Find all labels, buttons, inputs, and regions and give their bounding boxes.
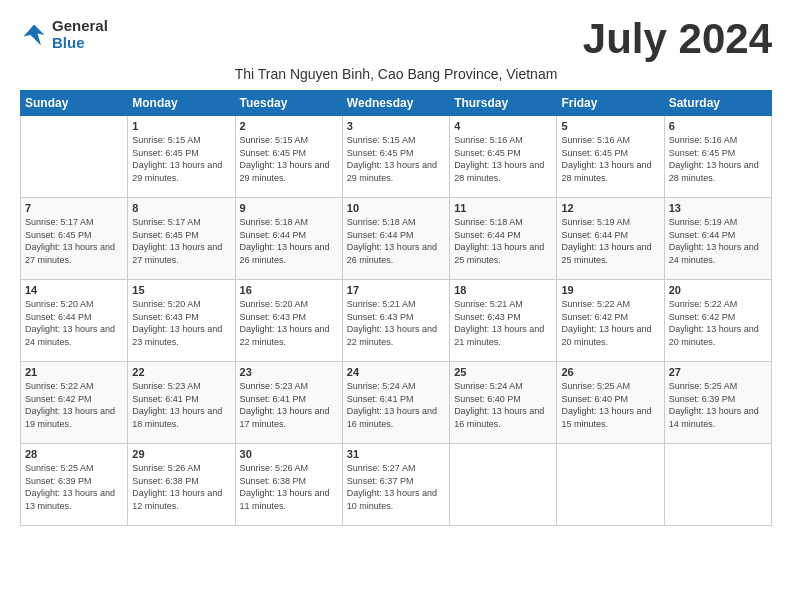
day-info: Sunrise: 5:26 AM Sunset: 6:38 PM Dayligh… [240,462,338,512]
day-number: 24 [347,366,445,378]
day-info: Sunrise: 5:18 AM Sunset: 6:44 PM Dayligh… [454,216,552,266]
day-number: 11 [454,202,552,214]
day-info: Sunrise: 5:15 AM Sunset: 6:45 PM Dayligh… [240,134,338,184]
day-number: 10 [347,202,445,214]
day-number: 14 [25,284,123,296]
day-number: 20 [669,284,767,296]
day-cell: 9Sunrise: 5:18 AM Sunset: 6:44 PM Daylig… [235,198,342,280]
day-info: Sunrise: 5:22 AM Sunset: 6:42 PM Dayligh… [669,298,767,348]
logo-icon [20,21,48,49]
day-number: 13 [669,202,767,214]
title-block: July 2024 [583,18,772,60]
logo-general: General [52,18,108,35]
day-info: Sunrise: 5:22 AM Sunset: 6:42 PM Dayligh… [561,298,659,348]
col-friday: Friday [557,91,664,116]
day-info: Sunrise: 5:20 AM Sunset: 6:44 PM Dayligh… [25,298,123,348]
day-number: 22 [132,366,230,378]
day-cell: 20Sunrise: 5:22 AM Sunset: 6:42 PM Dayli… [664,280,771,362]
day-cell: 17Sunrise: 5:21 AM Sunset: 6:43 PM Dayli… [342,280,449,362]
col-monday: Monday [128,91,235,116]
day-cell: 15Sunrise: 5:20 AM Sunset: 6:43 PM Dayli… [128,280,235,362]
day-cell: 31Sunrise: 5:27 AM Sunset: 6:37 PM Dayli… [342,444,449,526]
day-info: Sunrise: 5:26 AM Sunset: 6:38 PM Dayligh… [132,462,230,512]
day-number: 4 [454,120,552,132]
day-number: 21 [25,366,123,378]
day-cell: 25Sunrise: 5:24 AM Sunset: 6:40 PM Dayli… [450,362,557,444]
day-cell [450,444,557,526]
day-info: Sunrise: 5:17 AM Sunset: 6:45 PM Dayligh… [25,216,123,266]
day-info: Sunrise: 5:16 AM Sunset: 6:45 PM Dayligh… [669,134,767,184]
day-cell: 28Sunrise: 5:25 AM Sunset: 6:39 PM Dayli… [21,444,128,526]
day-cell: 5Sunrise: 5:16 AM Sunset: 6:45 PM Daylig… [557,116,664,198]
col-wednesday: Wednesday [342,91,449,116]
logo-blue: Blue [52,35,108,52]
day-cell: 29Sunrise: 5:26 AM Sunset: 6:38 PM Dayli… [128,444,235,526]
page: General Blue July 2024 Thi Tran Nguyen B… [0,0,792,536]
day-number: 30 [240,448,338,460]
subtitle: Thi Tran Nguyen Binh, Cao Bang Province,… [20,66,772,82]
day-cell: 8Sunrise: 5:17 AM Sunset: 6:45 PM Daylig… [128,198,235,280]
day-number: 1 [132,120,230,132]
day-number: 2 [240,120,338,132]
day-number: 16 [240,284,338,296]
svg-marker-0 [24,24,45,45]
day-info: Sunrise: 5:15 AM Sunset: 6:45 PM Dayligh… [347,134,445,184]
day-cell: 11Sunrise: 5:18 AM Sunset: 6:44 PM Dayli… [450,198,557,280]
week-row-1: 1Sunrise: 5:15 AM Sunset: 6:45 PM Daylig… [21,116,772,198]
day-cell: 22Sunrise: 5:23 AM Sunset: 6:41 PM Dayli… [128,362,235,444]
day-cell: 24Sunrise: 5:24 AM Sunset: 6:41 PM Dayli… [342,362,449,444]
day-number: 7 [25,202,123,214]
day-cell: 27Sunrise: 5:25 AM Sunset: 6:39 PM Dayli… [664,362,771,444]
day-info: Sunrise: 5:16 AM Sunset: 6:45 PM Dayligh… [454,134,552,184]
day-cell: 13Sunrise: 5:19 AM Sunset: 6:44 PM Dayli… [664,198,771,280]
day-number: 19 [561,284,659,296]
day-info: Sunrise: 5:18 AM Sunset: 6:44 PM Dayligh… [240,216,338,266]
day-number: 3 [347,120,445,132]
day-cell [664,444,771,526]
day-info: Sunrise: 5:23 AM Sunset: 6:41 PM Dayligh… [240,380,338,430]
calendar-header: Sunday Monday Tuesday Wednesday Thursday… [21,91,772,116]
day-info: Sunrise: 5:25 AM Sunset: 6:40 PM Dayligh… [561,380,659,430]
day-number: 31 [347,448,445,460]
day-cell: 3Sunrise: 5:15 AM Sunset: 6:45 PM Daylig… [342,116,449,198]
calendar-body: 1Sunrise: 5:15 AM Sunset: 6:45 PM Daylig… [21,116,772,526]
week-row-4: 21Sunrise: 5:22 AM Sunset: 6:42 PM Dayli… [21,362,772,444]
day-number: 28 [25,448,123,460]
day-cell [21,116,128,198]
day-number: 26 [561,366,659,378]
day-number: 9 [240,202,338,214]
day-cell: 7Sunrise: 5:17 AM Sunset: 6:45 PM Daylig… [21,198,128,280]
day-cell: 30Sunrise: 5:26 AM Sunset: 6:38 PM Dayli… [235,444,342,526]
day-cell: 12Sunrise: 5:19 AM Sunset: 6:44 PM Dayli… [557,198,664,280]
logo: General Blue [20,18,108,51]
day-info: Sunrise: 5:22 AM Sunset: 6:42 PM Dayligh… [25,380,123,430]
day-info: Sunrise: 5:16 AM Sunset: 6:45 PM Dayligh… [561,134,659,184]
header-row: Sunday Monday Tuesday Wednesday Thursday… [21,91,772,116]
day-cell: 26Sunrise: 5:25 AM Sunset: 6:40 PM Dayli… [557,362,664,444]
day-number: 27 [669,366,767,378]
day-number: 18 [454,284,552,296]
day-info: Sunrise: 5:19 AM Sunset: 6:44 PM Dayligh… [669,216,767,266]
day-cell: 4Sunrise: 5:16 AM Sunset: 6:45 PM Daylig… [450,116,557,198]
day-info: Sunrise: 5:18 AM Sunset: 6:44 PM Dayligh… [347,216,445,266]
day-cell: 2Sunrise: 5:15 AM Sunset: 6:45 PM Daylig… [235,116,342,198]
day-cell: 18Sunrise: 5:21 AM Sunset: 6:43 PM Dayli… [450,280,557,362]
day-info: Sunrise: 5:21 AM Sunset: 6:43 PM Dayligh… [454,298,552,348]
week-row-2: 7Sunrise: 5:17 AM Sunset: 6:45 PM Daylig… [21,198,772,280]
col-sunday: Sunday [21,91,128,116]
day-cell: 23Sunrise: 5:23 AM Sunset: 6:41 PM Dayli… [235,362,342,444]
week-row-3: 14Sunrise: 5:20 AM Sunset: 6:44 PM Dayli… [21,280,772,362]
day-number: 5 [561,120,659,132]
day-info: Sunrise: 5:21 AM Sunset: 6:43 PM Dayligh… [347,298,445,348]
day-info: Sunrise: 5:24 AM Sunset: 6:41 PM Dayligh… [347,380,445,430]
day-info: Sunrise: 5:23 AM Sunset: 6:41 PM Dayligh… [132,380,230,430]
day-info: Sunrise: 5:27 AM Sunset: 6:37 PM Dayligh… [347,462,445,512]
day-info: Sunrise: 5:17 AM Sunset: 6:45 PM Dayligh… [132,216,230,266]
day-info: Sunrise: 5:15 AM Sunset: 6:45 PM Dayligh… [132,134,230,184]
day-info: Sunrise: 5:24 AM Sunset: 6:40 PM Dayligh… [454,380,552,430]
col-tuesday: Tuesday [235,91,342,116]
day-number: 23 [240,366,338,378]
day-cell: 6Sunrise: 5:16 AM Sunset: 6:45 PM Daylig… [664,116,771,198]
day-info: Sunrise: 5:20 AM Sunset: 6:43 PM Dayligh… [132,298,230,348]
day-cell: 1Sunrise: 5:15 AM Sunset: 6:45 PM Daylig… [128,116,235,198]
